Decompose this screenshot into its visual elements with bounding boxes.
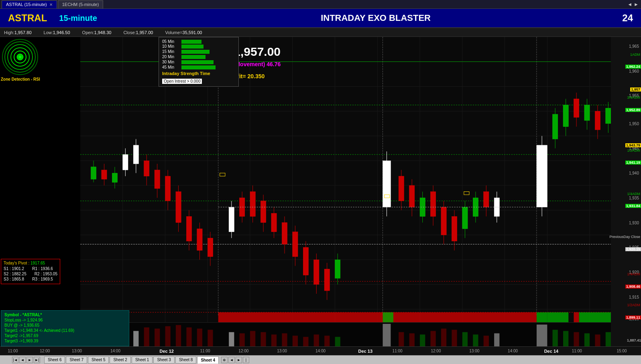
svg-rect-158 [314, 335, 319, 347]
svg-rect-165 [431, 331, 436, 346]
header-bar: ASTRAL 15-minute INTRADAY EXO BLASTER 24 [0, 9, 641, 28]
svg-rect-168 [462, 332, 468, 346]
price-tick: 1,915 [629, 295, 639, 299]
svg-rect-154 [271, 335, 277, 347]
svg-rect-155 [282, 333, 287, 346]
time-label-1200-2: 12:00 [238, 349, 248, 353]
svg-rect-162 [399, 332, 404, 346]
sheet-nav-first[interactable]: |◄ [12, 357, 18, 363]
tab-astral[interactable]: ASTRAL (15-minute) ✕ [2, 0, 57, 8]
sheet-scroll-btn[interactable]: | [243, 357, 249, 363]
adm-label: 1/2ADM [627, 303, 640, 307]
sheet-nav-next[interactable]: ► [26, 357, 33, 363]
adm-value: 1,931.84 [625, 204, 641, 208]
svg-rect-149 [208, 330, 213, 346]
sheet-tab-2[interactable]: Sheet 2 [110, 356, 130, 364]
svg-rect-178 [606, 332, 611, 346]
adm-label: 3/4ADM [627, 96, 640, 100]
zone-circle [2, 39, 38, 75]
adm-value: 1,962.24 [625, 65, 641, 69]
date-label-dec14: Dec 14 [544, 349, 558, 354]
sheet-arrow-right[interactable]: ► [236, 357, 242, 363]
svg-rect-137 [464, 192, 469, 195]
price-tick-highlight: 1,957 [630, 87, 641, 92]
svg-rect-170 [484, 336, 489, 346]
svg-rect-166 [441, 329, 446, 346]
nav-right-icon[interactable]: ► [634, 2, 639, 7]
open-label: Open:1,948.30 [82, 30, 112, 35]
svg-rect-172 [537, 325, 547, 346]
svg-rect-153 [260, 332, 266, 346]
time-label-1300-2: 13:00 [277, 349, 287, 353]
svg-rect-156 [293, 336, 298, 346]
sheet-tab-1[interactable]: Sheet 1 [132, 356, 153, 364]
time-label-1400-2: 14:00 [315, 349, 326, 353]
svg-rect-135 [220, 173, 225, 176]
adm-label: 1/2ADM [627, 148, 640, 153]
adm-value: 1,952.89 [625, 108, 641, 112]
strategy-name: INTRADAY EXO BLASTER [129, 13, 623, 23]
chart-area: 05 Min 10 Min 15 Min 20 Min 30 Min [80, 37, 611, 346]
sheet-tab-6[interactable]: Sheet 6 [44, 356, 65, 364]
svg-rect-152 [250, 331, 255, 346]
price-tick: 1,930 [629, 220, 639, 225]
svg-rect-146 [176, 325, 181, 346]
strength-bar-10 [181, 45, 203, 49]
sheet-tab-5[interactable]: Sheet 5 [88, 356, 109, 364]
left-panel: Zone Detection - RSI Today's Pivot : 191… [0, 37, 80, 346]
adm-value: 1,908.46 [625, 285, 641, 289]
sheet-insert-btn[interactable]: ⊕ [221, 357, 228, 363]
sheet-nav-prev[interactable]: ◄ [19, 357, 26, 363]
sheet-arrow-left[interactable]: ◄ [228, 357, 235, 363]
time-label-1100-1: 11:00 [8, 349, 18, 353]
sheet-tab-7[interactable]: Sheet 7 [66, 356, 87, 364]
strength-bar-15 [181, 50, 210, 54]
adm-label: 1/4ADM [627, 192, 640, 196]
sheet-nav-last[interactable]: ►| [34, 357, 40, 363]
volume-label: Volume=35,591.00 [165, 30, 202, 35]
volume-area [80, 322, 611, 346]
svg-rect-174 [563, 331, 568, 346]
svg-rect-164 [420, 335, 425, 347]
ohlcv-bar: High:1,957.80 Low:1,946.50 Open:1,948.30… [0, 28, 641, 37]
adm-value: 1,920.15 [625, 247, 641, 251]
high-label: High:1,957.80 [4, 30, 32, 35]
sheet-tab-4[interactable]: Sheet 4 [197, 356, 219, 364]
price-tick: 1,950 [629, 121, 639, 126]
time-label-1100-4: 11:00 [572, 349, 582, 353]
adm-value: 1,899.11 [625, 315, 641, 319]
date-label-dec13: Dec 13 [358, 349, 372, 354]
tab-techm[interactable]: 1ECHM (5-minute) [58, 0, 104, 8]
low-label: Low:1,946.50 [44, 30, 70, 35]
signal-number: 24 [622, 12, 633, 24]
sheet-tab-8[interactable]: Sheet 8 [175, 356, 196, 364]
strength-bar-20 [181, 55, 206, 59]
time-label-1100-3: 11:00 [393, 349, 403, 353]
time-label-1100-2: 11:00 [200, 349, 210, 353]
pivot-table: Today's Pivot : 1917.65 S1 : 1901.2 R1 :… [1, 259, 60, 284]
adm-label: PreviousDay Close [609, 235, 640, 239]
svg-rect-147 [186, 327, 191, 346]
tab-bar: ASTRAL (15-minute) ✕ 1ECHM (5-minute) ◄ … [0, 0, 641, 9]
strength-panel: 05 Min 10 Min 15 Min 20 Min 30 Min [159, 37, 239, 87]
date-label-dec12: Dec 12 [159, 349, 173, 354]
svg-rect-148 [197, 329, 202, 346]
time-label-1500: 15:00 [617, 349, 627, 353]
nav-left-icon[interactable]: ◄ [627, 2, 632, 7]
svg-rect-159 [324, 336, 330, 346]
svg-rect-177 [595, 335, 600, 347]
right-price-scale: 1,9651,9601,9551,9501,9451,9401,9351,930… [611, 37, 641, 346]
symbol-name: ASTRAL [8, 12, 47, 24]
svg-rect-145 [165, 326, 171, 346]
time-label-1200-3: 12:00 [431, 349, 441, 353]
price-tick: 1,965 [629, 44, 639, 49]
strength-bar-05 [181, 40, 201, 44]
sheet-tab-3[interactable]: Sheet 3 [153, 356, 174, 364]
price-tick: 1,935 [629, 195, 639, 200]
time-label-1200-1: 12:00 [40, 349, 50, 353]
svg-rect-161 [383, 324, 391, 346]
price-tick: 1,940 [629, 171, 639, 175]
strength-bar-30 [181, 60, 214, 64]
svg-rect-163 [409, 333, 415, 346]
time-axis: 11:00 12:00 13:00 14:00 Dec 12 11:00 12:… [0, 346, 641, 355]
